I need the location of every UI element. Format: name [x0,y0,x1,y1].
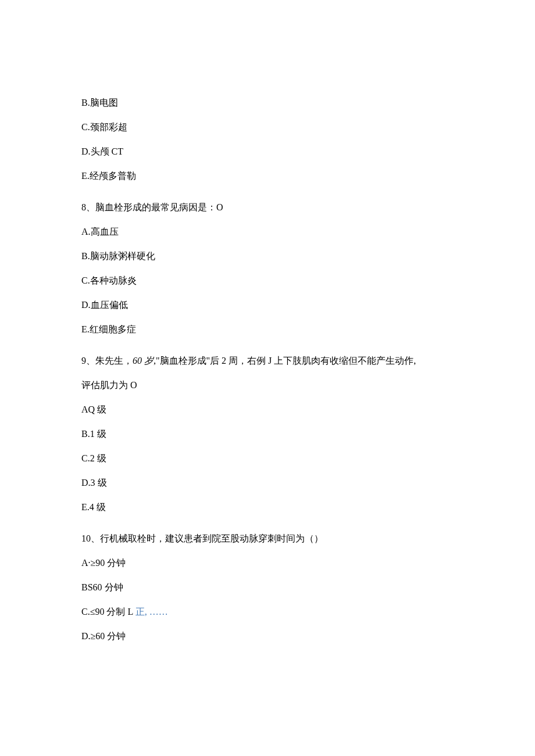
q9-option-c: C.2 级 [81,452,454,465]
q7-option-c: C.颈部彩超 [81,120,454,134]
q8-question: 8、脑血栓形成的最常见病因是：O [81,200,454,214]
q9-question-part2: "脑血栓形成"后 2 周，右例 J 上下肢肌肉有收缩但不能产生动作, [156,356,416,366]
q8-option-a: A.高血压 [81,225,454,239]
q10-option-d: D.≥60 分钟 [81,629,454,643]
q7-option-e: E.经颅多普勒 [81,169,454,183]
q7-option-d: D.头颅 CT [81,145,454,159]
q8-option-b: B.脑动脉粥样硬化 [81,249,454,263]
q9-option-a: AQ 级 [81,403,454,417]
q7-option-b: B.脑电图 [81,96,454,110]
q10-option-a: A·≥90 分钟 [81,556,454,570]
q10-option-c: C.≤90 分制 L 正, …… [81,605,454,619]
q9-question-line2: 评估肌力为 O [81,378,454,392]
q9-question-part1: 9、朱先生， [81,356,133,366]
q10-option-b: BS60 分钟 [81,581,454,594]
q9-question-italic: 60 岁, [133,356,156,366]
q8-option-c: C.各种动脉炎 [81,274,454,288]
q9-option-d: D.3 级 [81,476,454,490]
q10-option-c-part1: C.≤90 分制 L [81,607,135,617]
q9-question: 9、朱先生，60 岁,"脑血栓形成"后 2 周，右例 J 上下肢肌肉有收缩但不能… [81,354,454,368]
q8-option-d: D.血压偏低 [81,298,454,312]
q10-option-c-blue: 正, …… [135,607,168,617]
q9-option-e: E.4 级 [81,500,454,514]
q10-question: 10、行机械取栓时，建议患者到院至股动脉穿刺时间为（） [81,532,454,546]
q8-option-e: E.红细胞多症 [81,323,454,336]
q9-option-b: B.1 级 [81,427,454,441]
